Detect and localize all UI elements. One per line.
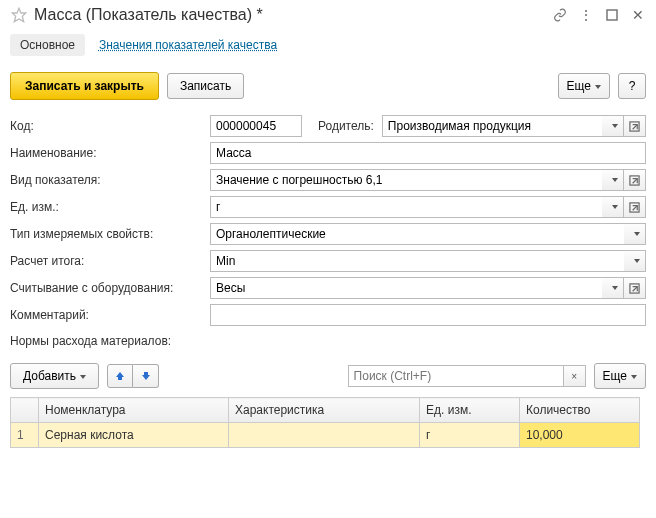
chevron-down-icon	[595, 85, 601, 89]
svg-rect-1	[607, 10, 617, 20]
link-icon[interactable]	[552, 7, 568, 23]
label-parent: Родитель:	[318, 119, 374, 133]
device-read-input[interactable]	[210, 277, 602, 299]
type-dropdown-button[interactable]	[602, 169, 624, 191]
tab-main[interactable]: Основное	[10, 34, 85, 56]
label-measured-type: Тип измеряемых свойств:	[10, 227, 210, 241]
col-uom[interactable]: Ед. изм.	[420, 398, 520, 423]
col-number[interactable]	[11, 398, 39, 423]
label-name: Наименование:	[10, 146, 210, 160]
chevron-down-icon	[80, 375, 86, 379]
favorite-star-icon[interactable]	[10, 6, 28, 24]
calc-dropdown-button[interactable]	[624, 250, 646, 272]
code-input[interactable]	[210, 115, 302, 137]
add-button[interactable]: Добавить	[10, 363, 99, 389]
save-button[interactable]: Записать	[167, 73, 244, 99]
save-and-close-button[interactable]: Записать и закрыть	[10, 72, 159, 100]
materials-more-button[interactable]: Еще	[594, 363, 646, 389]
name-input[interactable]	[210, 142, 646, 164]
cell-rownum: 1	[11, 423, 39, 448]
device-read-dropdown-button[interactable]	[602, 277, 624, 299]
help-button[interactable]: ?	[618, 73, 646, 99]
label-uom: Ед. изм.:	[10, 200, 210, 214]
type-input[interactable]	[210, 169, 602, 191]
parent-open-button[interactable]	[624, 115, 646, 137]
parent-input[interactable]	[382, 115, 602, 137]
measured-type-dropdown-button[interactable]	[624, 223, 646, 245]
move-up-button[interactable]	[107, 364, 133, 388]
measured-type-input[interactable]	[210, 223, 624, 245]
type-open-button[interactable]	[624, 169, 646, 191]
tab-values-link[interactable]: Значения показателей качества	[99, 38, 277, 52]
label-materials: Нормы расхода материалов:	[10, 334, 171, 348]
materials-table: Номенклатура Характеристика Ед. изм. Кол…	[10, 397, 640, 448]
label-device-read: Считывание с оборудования:	[10, 281, 210, 295]
col-characteristic[interactable]: Характеристика	[229, 398, 420, 423]
move-down-button[interactable]	[133, 364, 159, 388]
calc-input[interactable]	[210, 250, 624, 272]
cell-uom[interactable]: г	[420, 423, 520, 448]
label-calc: Расчет итога:	[10, 254, 210, 268]
cell-quantity[interactable]: 10,000	[520, 423, 640, 448]
search-input[interactable]	[348, 365, 564, 387]
search-clear-button[interactable]: ×	[564, 365, 586, 387]
device-read-open-button[interactable]	[624, 277, 646, 299]
uom-input[interactable]	[210, 196, 602, 218]
cell-nomenclature[interactable]: Серная кислота	[39, 423, 229, 448]
label-comment: Комментарий:	[10, 308, 210, 322]
chevron-down-icon	[631, 375, 637, 379]
window-maximize-icon[interactable]	[604, 7, 620, 23]
more-button[interactable]: Еще	[558, 73, 610, 99]
label-code: Код:	[10, 119, 210, 133]
uom-open-button[interactable]	[624, 196, 646, 218]
label-type: Вид показателя:	[10, 173, 210, 187]
kebab-menu-icon[interactable]: ⋮	[578, 7, 594, 23]
uom-dropdown-button[interactable]	[602, 196, 624, 218]
parent-dropdown-button[interactable]	[602, 115, 624, 137]
col-nomenclature[interactable]: Номенклатура	[39, 398, 229, 423]
table-row[interactable]: 1 Серная кислота г 10,000	[11, 423, 640, 448]
svg-marker-0	[12, 8, 25, 21]
cell-characteristic[interactable]	[229, 423, 420, 448]
close-icon[interactable]: ✕	[630, 7, 646, 23]
comment-input[interactable]	[210, 304, 646, 326]
page-title: Масса (Показатель качества) *	[34, 6, 552, 24]
col-quantity[interactable]: Количество	[520, 398, 640, 423]
